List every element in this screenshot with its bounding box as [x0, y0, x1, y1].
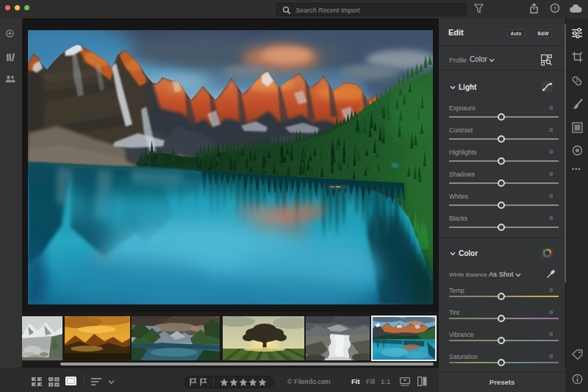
svg-text:?: ? — [553, 5, 557, 12]
